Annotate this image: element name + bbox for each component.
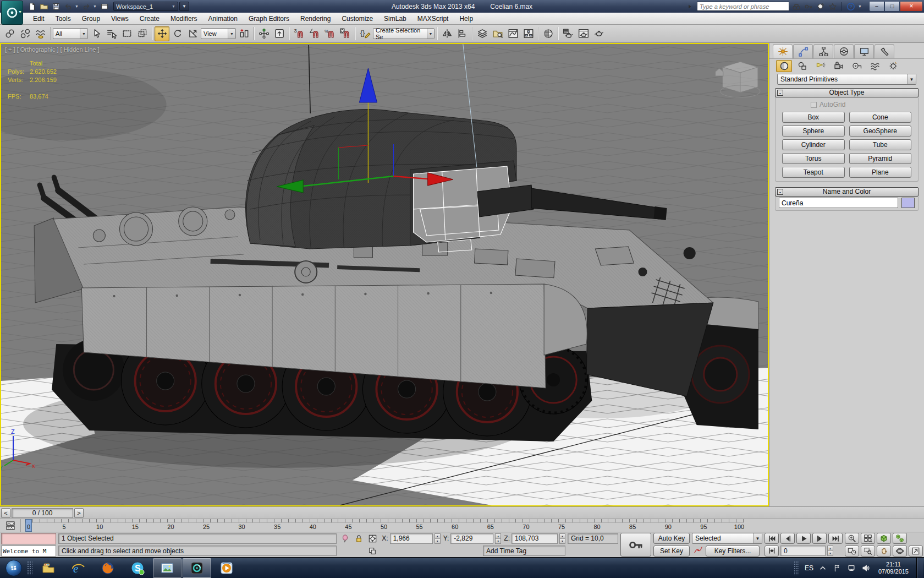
favorites-star-icon[interactable] bbox=[827, 2, 838, 12]
key-mode-toggle[interactable] bbox=[765, 546, 779, 557]
align-button[interactable] bbox=[455, 26, 470, 41]
snaps-toggle-3d[interactable]: 3 bbox=[292, 26, 306, 41]
selection-lock-toggle[interactable] bbox=[353, 533, 365, 544]
menu-simlab[interactable]: SimLab bbox=[378, 13, 412, 24]
goto-start-button[interactable] bbox=[765, 533, 779, 544]
keyboard-shortcut-override-toggle[interactable] bbox=[272, 26, 287, 41]
redo-dropdown[interactable]: ▼ bbox=[93, 4, 98, 8]
coordinate-y-spinner[interactable]: ▲▼ bbox=[495, 533, 501, 544]
timetag-icon[interactable] bbox=[366, 546, 378, 557]
zoom-button[interactable] bbox=[845, 533, 859, 544]
help-button[interactable]: ? bbox=[845, 2, 856, 12]
goto-end-button[interactable] bbox=[828, 533, 843, 544]
create-teapot-button[interactable]: Teapot bbox=[782, 167, 845, 178]
viewport[interactable]: Z Y x [ + ] [ Orthographic ] [ Hidden Li… bbox=[0, 43, 769, 506]
show-desktop-button[interactable] bbox=[916, 558, 923, 578]
menu-maxscript[interactable]: MAXScript bbox=[412, 13, 454, 24]
object-color-swatch[interactable] bbox=[901, 198, 915, 208]
mirror-button[interactable] bbox=[439, 26, 454, 41]
create-cylinder-button[interactable]: Cylinder bbox=[782, 139, 845, 150]
select-object-button[interactable] bbox=[89, 26, 103, 41]
helpers-subtab[interactable] bbox=[849, 60, 865, 72]
binoculars-icon[interactable] bbox=[791, 2, 802, 12]
create-geosphere-button[interactable]: GeoSphere bbox=[849, 126, 912, 137]
open-file-button[interactable] bbox=[38, 1, 50, 12]
object-type-rollout-header[interactable]: - Object Type bbox=[775, 88, 919, 97]
curve-editor-button[interactable] bbox=[505, 26, 520, 41]
action-center-flag-icon[interactable] bbox=[832, 563, 842, 573]
select-and-scale-button[interactable] bbox=[185, 26, 200, 41]
windows-explorer-icon[interactable] bbox=[34, 558, 63, 578]
viewport-label[interactable]: [ + ] [ Orthographic ] [ Hidden Line ] bbox=[5, 46, 100, 53]
menu-modifiers[interactable]: Modifiers bbox=[165, 13, 203, 24]
timeline-ruler[interactable]: 0510152025303540455055606570758085909510… bbox=[21, 519, 924, 532]
workspace-reset-icon[interactable] bbox=[99, 1, 110, 12]
previous-frame-arrow[interactable]: < bbox=[1, 508, 10, 518]
create-tube-button[interactable]: Tube bbox=[849, 139, 912, 150]
firefox-icon[interactable] bbox=[94, 558, 122, 578]
volume-icon[interactable] bbox=[861, 563, 871, 573]
display-tab[interactable] bbox=[854, 44, 874, 58]
new-scene-button[interactable] bbox=[26, 1, 37, 12]
autogrid-checkbox[interactable]: AutoGrid bbox=[811, 101, 916, 108]
collapse-icon[interactable]: - bbox=[777, 189, 783, 195]
lights-subtab[interactable] bbox=[812, 60, 828, 72]
undo-dropdown[interactable]: ▼ bbox=[75, 4, 80, 8]
coordinate-z-field[interactable]: 108,703 bbox=[512, 533, 558, 544]
shapes-subtab[interactable] bbox=[794, 60, 810, 72]
tray-expand-icon[interactable] bbox=[818, 563, 828, 573]
close-button[interactable]: × bbox=[900, 2, 923, 12]
undo-button[interactable] bbox=[63, 1, 74, 12]
space-warps-subtab[interactable] bbox=[867, 60, 883, 72]
menu-views[interactable]: Views bbox=[106, 13, 134, 24]
spinner-snap-toggle[interactable] bbox=[338, 26, 353, 41]
clock[interactable]: 21:11 07/09/2015 bbox=[875, 561, 912, 575]
open-mini-curve-editor-button[interactable] bbox=[0, 519, 21, 532]
window-crossing-toggle[interactable] bbox=[135, 26, 150, 41]
render-production-button[interactable] bbox=[591, 26, 606, 41]
coordinate-x-field[interactable]: 1,966 bbox=[390, 533, 433, 544]
redo-button[interactable] bbox=[81, 1, 92, 12]
zoom-extents-all-button[interactable] bbox=[893, 533, 907, 544]
key-filters-button[interactable]: Key Filters... bbox=[706, 546, 760, 557]
select-and-move-button[interactable] bbox=[155, 26, 169, 41]
maximize-button[interactable]: □ bbox=[884, 2, 900, 12]
minimize-button[interactable]: − bbox=[869, 2, 884, 12]
select-and-manipulate-button[interactable] bbox=[256, 26, 271, 41]
utilities-tab[interactable] bbox=[875, 44, 894, 58]
create-box-button[interactable]: Box bbox=[782, 112, 845, 123]
application-menu-button[interactable]: ▼ bbox=[1, 1, 23, 25]
workspace-menu-button[interactable]: ▼ bbox=[179, 2, 189, 11]
angle-snap-toggle[interactable] bbox=[307, 26, 322, 41]
default-in-out-tangents-button[interactable] bbox=[692, 546, 704, 557]
search-input[interactable] bbox=[697, 2, 789, 11]
bind-to-space-warp-button[interactable] bbox=[33, 26, 48, 41]
next-frame-button[interactable] bbox=[812, 533, 827, 544]
motion-tab[interactable] bbox=[834, 44, 854, 58]
systems-subtab[interactable] bbox=[885, 60, 901, 72]
internet-explorer-icon[interactable]: e bbox=[64, 558, 92, 578]
select-and-link-button[interactable] bbox=[2, 26, 17, 41]
coordinate-y-field[interactable]: -2,829 bbox=[450, 533, 493, 544]
menu-help[interactable]: Help bbox=[454, 13, 479, 24]
hierarchy-tab[interactable] bbox=[813, 44, 833, 58]
time-slider[interactable]: 0 / 100 bbox=[12, 508, 73, 518]
menu-group[interactable]: Group bbox=[76, 13, 106, 24]
start-button[interactable] bbox=[3, 559, 24, 577]
use-pivot-point-center-button[interactable] bbox=[237, 26, 251, 41]
create-sphere-button[interactable]: Sphere bbox=[782, 126, 845, 137]
play-button[interactable] bbox=[796, 533, 811, 544]
menu-animation[interactable]: Animation bbox=[203, 13, 243, 24]
rectangular-selection-region-button[interactable] bbox=[119, 26, 134, 41]
maximize-viewport-toggle[interactable] bbox=[909, 546, 923, 557]
menu-customize[interactable]: Customize bbox=[336, 13, 378, 24]
rendered-frame-window-button[interactable] bbox=[576, 26, 591, 41]
help-caret-icon[interactable]: ▼ bbox=[858, 4, 863, 8]
coordinate-z-spinner[interactable]: ▲▼ bbox=[559, 533, 565, 544]
skype-icon[interactable]: S bbox=[123, 558, 152, 578]
add-time-tag-field[interactable]: Add Time Tag bbox=[483, 546, 565, 556]
menu-tools[interactable]: Tools bbox=[50, 13, 76, 24]
name-color-rollout-header[interactable]: - Name and Color bbox=[775, 187, 919, 197]
select-by-name-button[interactable] bbox=[104, 26, 119, 41]
language-indicator[interactable]: ES bbox=[805, 564, 813, 572]
